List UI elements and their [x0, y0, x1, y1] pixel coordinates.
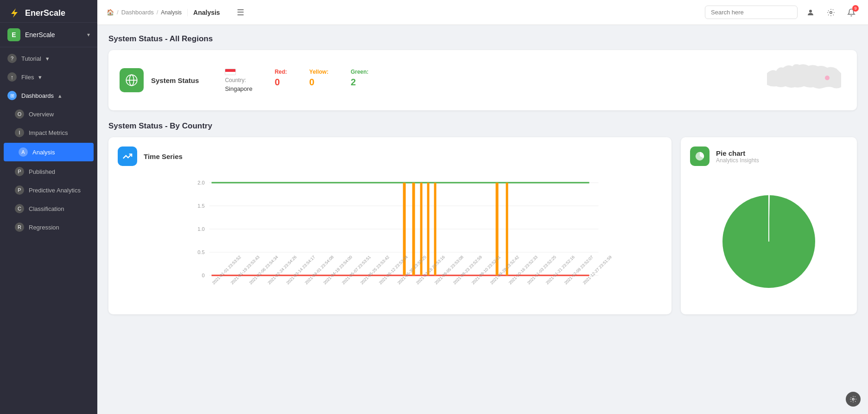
status-label: System Status [151, 76, 199, 84]
dashboards-label: Dashboards [21, 92, 54, 99]
impact-letter: I [15, 128, 24, 137]
yellow-metric: Yellow: 0 [309, 69, 328, 88]
green-label: Green: [351, 69, 369, 75]
topbar-right: 9 [705, 5, 859, 20]
search-input[interactable] [711, 9, 792, 16]
world-map [762, 59, 846, 101]
breadcrumb-dashboards[interactable]: Dashboards [121, 9, 154, 16]
sidebar-item-overview[interactable]: O Overview [0, 105, 97, 123]
logo-area: EnerScale [0, 0, 97, 23]
settings-icon[interactable] [824, 5, 838, 20]
system-status-card: System Status Country: Singapore Red: 0 [108, 50, 857, 110]
home-icon[interactable]: 🏠 [107, 9, 114, 16]
files-chevron-icon: ▾ [38, 74, 42, 81]
dashboards-letter: ⊞ [7, 91, 17, 100]
files-letter: ↑ [7, 72, 17, 82]
by-country-grid: Time Series 2.0 1.5 1.0 [108, 137, 857, 314]
notification-badge: 9 [852, 5, 859, 12]
classification-letter: C [15, 204, 24, 213]
hamburger-icon: ☰ [237, 8, 244, 17]
pie-chart-icon [690, 146, 710, 166]
user-icon[interactable] [803, 5, 818, 20]
sidebar-item-analysis[interactable]: A Analysis [4, 143, 94, 161]
sidebar: EnerScale E EnerScale ▾ ? Tutorial ▾ ↑ F… [0, 0, 97, 414]
svg-point-49 [852, 398, 854, 400]
published-label: Published [29, 168, 90, 175]
breadcrumb-sep1: / [117, 9, 119, 16]
chart-container: 2.0 1.5 1.0 0.5 0 [118, 173, 662, 305]
yellow-label: Yellow: [309, 69, 328, 75]
svg-point-2 [830, 11, 832, 13]
breadcrumb-sep2: / [157, 9, 158, 16]
pie-svg [713, 186, 824, 297]
chart-header: Time Series [118, 146, 662, 166]
svg-rect-22 [427, 183, 430, 275]
time-series-card: Time Series 2.0 1.5 1.0 [108, 137, 672, 314]
pie-chart-title: Pie chart [716, 149, 759, 157]
app-switcher[interactable]: E EnerScale ▾ [0, 23, 97, 47]
topbar-left: 🏠 / Dashboards / Analysis Analysis ☰ [107, 6, 248, 19]
svg-text:2.0: 2.0 [197, 180, 204, 185]
page-title: Analysis [193, 9, 220, 16]
pie-chart-subtitle: Analytics Insights [716, 157, 759, 164]
sidebar-item-classification[interactable]: C Classification [0, 199, 97, 218]
logo-icon [7, 7, 21, 19]
status-card-left: System Status Country: Singapore Red: 0 [120, 68, 762, 92]
regression-label: Regression [29, 224, 90, 231]
classification-label: Classification [29, 205, 90, 212]
green-value: 2 [351, 77, 369, 88]
sidebar-item-predictive-analytics[interactable]: P Predictive Analytics [0, 181, 97, 199]
red-label: Red: [275, 69, 287, 75]
breadcrumb-analysis: Analysis [161, 9, 182, 16]
red-metric: Red: 0 [275, 69, 287, 88]
tutorial-label: Tutorial [21, 55, 41, 62]
sidebar-item-tutorial[interactable]: ? Tutorial ▾ [0, 49, 97, 68]
svg-text:0.5: 0.5 [197, 249, 204, 255]
red-value: 0 [275, 77, 287, 88]
pie-chart-container [690, 173, 848, 305]
tutorial-letter: ? [7, 54, 17, 63]
predictive-letter: P [15, 185, 24, 195]
section-title-all-regions: System Status - All Regions [108, 34, 857, 44]
analysis-label: Analysis [32, 149, 86, 156]
search-box[interactable] [705, 6, 798, 19]
country-value: Singapore [225, 85, 252, 92]
bottom-settings-button[interactable] [846, 392, 861, 407]
overview-letter: O [15, 109, 24, 119]
svg-point-6 [825, 76, 830, 80]
sidebar-item-files[interactable]: ↑ Files ▾ [0, 68, 97, 86]
status-globe-icon [120, 68, 144, 92]
sidebar-item-regression[interactable]: R Regression [0, 218, 97, 236]
timeseries-svg: 2.0 1.5 1.0 0.5 0 [118, 173, 662, 303]
svg-text:1.0: 1.0 [197, 226, 204, 232]
green-metric: Green: 2 [351, 69, 369, 88]
notification-icon[interactable]: 9 [844, 5, 859, 20]
regression-letter: R [15, 223, 24, 232]
country-label: Country: [225, 77, 252, 83]
sidebar-item-impact-metrics[interactable]: I Impact Metrics [0, 123, 97, 142]
topbar: 🏠 / Dashboards / Analysis Analysis ☰ [97, 0, 868, 25]
sidebar-item-dashboards[interactable]: ⊞ Dashboards ▴ [0, 86, 97, 105]
country-metric: Country: Singapore [225, 69, 252, 92]
svg-marker-0 [11, 8, 18, 18]
logo-text: EnerScale [25, 8, 65, 18]
analysis-letter: A [19, 147, 28, 157]
predictive-label: Predictive Analytics [29, 187, 90, 194]
sidebar-item-published[interactable]: P Published [0, 162, 97, 181]
svg-rect-25 [506, 183, 508, 275]
svg-text:0: 0 [202, 273, 204, 278]
overview-label: Overview [29, 111, 90, 118]
main-area: 🏠 / Dashboards / Analysis Analysis ☰ [97, 0, 868, 414]
tutorial-chevron-icon: ▾ [46, 55, 49, 62]
app-name: EnerScale [25, 31, 55, 38]
files-label: Files [21, 74, 34, 81]
app-chevron-icon: ▾ [87, 32, 90, 38]
pie-chart-header: Pie chart Analytics Insights [690, 146, 848, 166]
svg-point-1 [809, 10, 812, 13]
impact-label: Impact Metrics [29, 129, 90, 136]
time-series-icon [118, 146, 137, 166]
hamburger-button[interactable]: ☰ [233, 6, 248, 19]
dashboards-chevron-icon: ▴ [58, 92, 62, 99]
breadcrumb: 🏠 / Dashboards / Analysis [107, 9, 182, 16]
status-metrics: Country: Singapore Red: 0 Yellow: 0 Gree… [225, 69, 762, 92]
